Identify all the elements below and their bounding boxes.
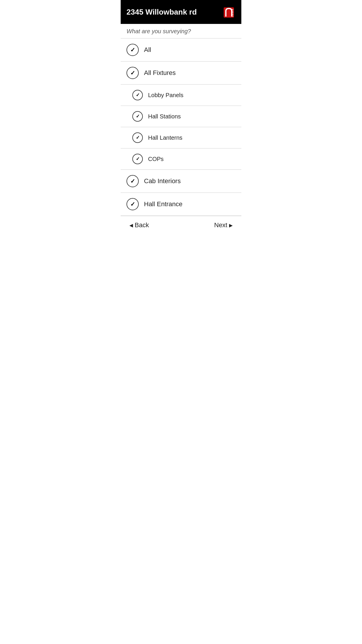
item-label-all-fixtures: All Fixtures	[144, 69, 176, 77]
checkbox-all: ✓	[126, 44, 139, 56]
checkmark-cab-interiors: ✓	[130, 178, 135, 184]
item-label-lobby-panels: Lobby Panels	[148, 92, 183, 99]
checkbox-container-lobby-panels: ✓	[132, 90, 143, 100]
survey-list: ✓ All ✓ All Fixtures ✓ Lobby Panels ✓	[121, 38, 241, 216]
header-title: 2345 Willowbank rd	[126, 8, 197, 17]
checkmark-all-fixtures: ✓	[130, 70, 135, 76]
checkbox-cab-interiors: ✓	[126, 175, 139, 187]
checkbox-container-all: ✓	[126, 44, 139, 56]
list-item-hall-entrance[interactable]: ✓ Hall Entrance	[121, 193, 241, 216]
survey-subtitle: What are you surveying?	[121, 24, 241, 38]
list-item-lobby-panels[interactable]: ✓ Lobby Panels	[121, 85, 241, 106]
next-arrow-icon: ▶	[229, 223, 233, 228]
list-item-all-fixtures[interactable]: ✓ All Fixtures	[121, 62, 241, 85]
item-label-hall-stations: Hall Stations	[148, 113, 181, 120]
checkbox-container-hall-stations: ✓	[132, 111, 143, 122]
checkmark-hall-stations: ✓	[136, 114, 140, 119]
app-header: 2345 Willowbank rd	[121, 0, 241, 24]
back-button[interactable]: ◀ Back	[129, 221, 149, 229]
checkbox-container-cab-interiors: ✓	[126, 175, 139, 187]
next-label: Next	[214, 221, 227, 229]
item-label-hall-entrance: Hall Entrance	[144, 200, 182, 208]
checkbox-container-all-fixtures: ✓	[126, 67, 139, 79]
app-logo-icon	[222, 5, 236, 19]
list-item-hall-lanterns[interactable]: ✓ Hall Lanterns	[121, 127, 241, 148]
checkbox-all-fixtures: ✓	[126, 67, 139, 79]
list-item-cab-interiors[interactable]: ✓ Cab Interiors	[121, 170, 241, 193]
back-label: Back	[135, 221, 149, 229]
checkbox-cops: ✓	[132, 154, 143, 164]
checkmark-hall-entrance: ✓	[130, 201, 135, 207]
checkbox-hall-entrance: ✓	[126, 198, 139, 210]
subtitle-text: What are you surveying?	[126, 28, 191, 34]
checkmark-cops: ✓	[136, 157, 140, 161]
checkmark-lobby-panels: ✓	[136, 93, 140, 97]
checkbox-container-cops: ✓	[132, 154, 143, 164]
item-label-hall-lanterns: Hall Lanterns	[148, 134, 182, 141]
list-item-hall-stations[interactable]: ✓ Hall Stations	[121, 106, 241, 127]
checkmark-all: ✓	[130, 47, 135, 53]
item-label-cops: COPs	[148, 156, 164, 162]
checkbox-container-hall-lanterns: ✓	[132, 132, 143, 143]
checkbox-hall-lanterns: ✓	[132, 132, 143, 143]
checkbox-hall-stations: ✓	[132, 111, 143, 122]
list-item-all[interactable]: ✓ All	[121, 38, 241, 62]
item-label-cab-interiors: Cab Interiors	[144, 177, 181, 185]
checkmark-hall-lanterns: ✓	[136, 135, 140, 140]
item-label-all: All	[144, 46, 151, 54]
next-button[interactable]: Next ▶	[214, 221, 233, 229]
back-arrow-icon: ◀	[129, 223, 133, 228]
list-item-cops[interactable]: ✓ COPs	[121, 148, 241, 170]
checkbox-container-hall-entrance: ✓	[126, 198, 139, 210]
footer: ◀ Back Next ▶	[121, 216, 241, 234]
checkbox-lobby-panels: ✓	[132, 90, 143, 100]
